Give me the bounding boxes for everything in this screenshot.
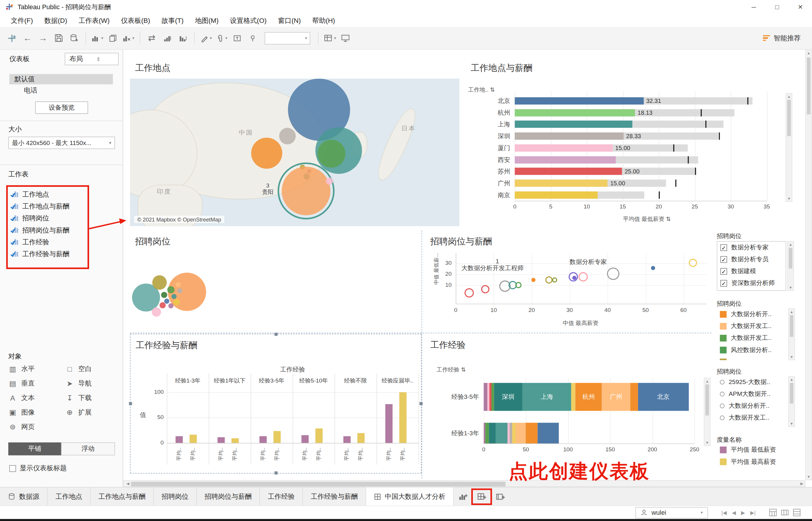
pin-icon[interactable]	[245, 30, 260, 46]
undo-icon[interactable]: ←	[20, 30, 35, 46]
bar-mark[interactable]	[316, 428, 323, 443]
bar-mark[interactable]	[343, 436, 350, 443]
floating-button[interactable]: 浮动	[61, 443, 115, 455]
stacked-segment[interactable]: 广州	[602, 383, 631, 411]
bar-mark[interactable]	[385, 404, 392, 443]
checkbox-checked-icon[interactable]: ✓	[720, 268, 727, 275]
list-view-icon[interactable]	[793, 508, 801, 516]
scatter-mark[interactable]	[569, 272, 578, 281]
filter-item[interactable]: ✓资深数据分析师	[717, 277, 786, 289]
mark-label-icon[interactable]	[230, 30, 245, 46]
bar-mark[interactable]	[301, 435, 309, 443]
show-dashboard-title-row[interactable]: 显示仪表板标题	[9, 464, 67, 473]
stacked-segment[interactable]	[516, 423, 526, 444]
gantt-mark[interactable]	[700, 109, 701, 116]
bar-mark[interactable]	[515, 144, 613, 152]
bar-mark[interactable]	[399, 392, 406, 443]
map-view[interactable]: 中国日本印度3贵阳 © 2021 Mapbox © OpenStreetMap	[130, 78, 460, 226]
stacked-segment[interactable]	[484, 383, 487, 411]
scrollbar-vertical[interactable]: ▲▼	[704, 378, 710, 446]
bar-mark[interactable]	[515, 133, 623, 140]
bar-mark[interactable]	[515, 109, 635, 116]
menu-data[interactable]: 数据(D)	[39, 15, 73, 27]
scatter-mark[interactable]	[545, 276, 552, 283]
bubble-mark[interactable]	[161, 292, 167, 298]
stacked-segment[interactable]	[487, 383, 490, 411]
bubble-mark[interactable]	[159, 302, 166, 309]
tab-job-positions[interactable]: 招聘岗位	[154, 488, 197, 505]
object-horizontal[interactable]: ▥水平	[8, 363, 62, 375]
device-phone-label[interactable]: 电话	[24, 85, 37, 96]
tab-dashboard-pane[interactable]: 仪表板	[4, 54, 30, 64]
new-worksheet-icon[interactable]: ▾	[90, 30, 105, 46]
fit-combobox[interactable]: ▾	[265, 32, 311, 44]
object-download[interactable]: ↧下载	[65, 392, 119, 404]
stacked-segment[interactable]	[538, 423, 559, 444]
tab-datasource[interactable]: 数据源	[0, 488, 48, 505]
scrollbar-vertical[interactable]: ▲▼	[786, 93, 792, 202]
scrollbar-vertical[interactable]: ▲▼	[787, 241, 794, 291]
stacked-segment[interactable]	[571, 383, 575, 411]
bubble-mark[interactable]	[152, 308, 161, 317]
previous-sheet-icon[interactable]: ◀	[732, 510, 736, 515]
new-dashboard-button[interactable]	[472, 488, 491, 505]
fit-view-icon[interactable]: ▾	[322, 30, 338, 46]
legend-item[interactable]: APM大数据开..	[717, 388, 787, 400]
swap-axes-icon[interactable]: ⇄	[144, 30, 159, 46]
panel-experience-salary[interactable]: 工作经验与薪酬 工作经验 值 050100经验1-3年平均..平均..经验1年以…	[130, 334, 422, 474]
filter-item[interactable]: ✓数据分析专家	[717, 242, 786, 253]
legend-item[interactable]: 平均值 最低薪资	[717, 444, 799, 456]
scatter-mark[interactable]	[607, 268, 619, 280]
bar-mark[interactable]	[515, 121, 632, 128]
canvas-scrollbar-vertical[interactable]: ▲▼	[805, 50, 812, 480]
gantt-mark[interactable]	[688, 156, 688, 163]
stacked-segment[interactable]	[496, 423, 508, 444]
object-webpage[interactable]: ⊚网页	[8, 421, 62, 433]
bubble-mark[interactable]	[167, 286, 174, 293]
scatter-mark[interactable]	[465, 288, 474, 297]
menu-format[interactable]: 设置格式(O)	[225, 15, 273, 27]
map-bubble[interactable]	[251, 138, 282, 169]
bubble-mark[interactable]	[177, 288, 182, 293]
menu-window[interactable]: 窗口(N)	[273, 15, 306, 27]
sort-ascending-icon[interactable]	[159, 30, 175, 46]
legend-item[interactable]: 平均值 最高薪资	[717, 456, 799, 468]
gantt-mark[interactable]	[695, 168, 696, 175]
filter-item[interactable]: ✓数据分析专员	[717, 253, 786, 265]
object-extension[interactable]: ⊕扩展	[65, 406, 119, 419]
stacked-segment[interactable]	[631, 383, 638, 411]
stacked-segment[interactable]	[486, 423, 489, 444]
highlight-icon[interactable]: ▾	[198, 30, 214, 46]
legend-item[interactable]	[717, 356, 787, 360]
bar-mark[interactable]	[515, 179, 608, 186]
maximize-button[interactable]: □	[765, 0, 789, 15]
bar-mark[interactable]	[232, 438, 239, 443]
new-story-button[interactable]	[491, 488, 510, 505]
scatter-mark[interactable]	[689, 258, 697, 267]
stacked-segment[interactable]	[510, 423, 513, 444]
map-bubble[interactable]	[318, 140, 345, 167]
last-sheet-icon[interactable]: ▶|	[750, 510, 755, 515]
menu-dashboard[interactable]: 仪表板(B)	[115, 15, 156, 27]
default-size-row[interactable]: 默认值	[9, 74, 113, 85]
bubble-mark[interactable]	[174, 299, 180, 305]
object-vertical[interactable]: ▤垂直	[8, 377, 62, 390]
size-dropdown[interactable]: 最小 420x560 - 最大 1150x...▾	[8, 137, 115, 149]
legend-item[interactable]: 风控数据分析..	[717, 344, 787, 356]
stacked-segment[interactable]: 杭州	[575, 383, 602, 411]
filter-item[interactable]: ✓数据建模	[717, 265, 786, 277]
legend-item[interactable]: 大数据开发工..	[717, 412, 787, 424]
scatter-mark[interactable]	[651, 266, 655, 270]
stacked-segment[interactable]	[526, 423, 538, 444]
bubble-mark[interactable]	[172, 294, 176, 299]
object-blank[interactable]: □空白	[65, 363, 119, 375]
close-button[interactable]: ✕	[789, 0, 812, 15]
object-navigation[interactable]: ➤导航	[65, 377, 119, 390]
add-datasource-icon[interactable]	[66, 30, 82, 46]
x-axis-label[interactable]: 中值 最高薪资	[544, 319, 617, 327]
stacked-segment[interactable]	[491, 383, 494, 411]
map-bubble[interactable]	[326, 178, 333, 185]
stacked-segment[interactable]	[507, 423, 510, 444]
bubble-mark[interactable]	[152, 275, 167, 290]
object-image[interactable]: ▣图像	[8, 406, 62, 419]
